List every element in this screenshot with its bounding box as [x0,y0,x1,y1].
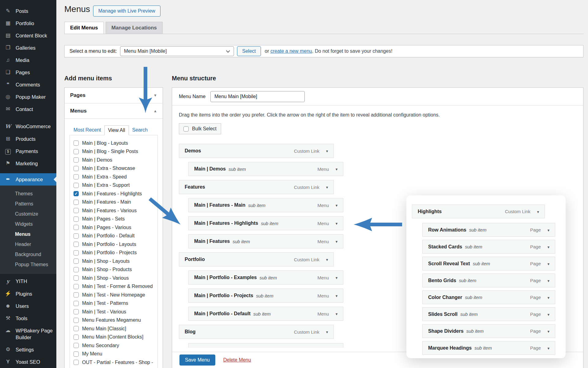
checklist-item[interactable]: Main | Shop - Products [74,266,157,274]
checklist-item[interactable]: My Menu [74,350,157,358]
sidebar-item-appearance[interactable]: Appearance [0,173,56,186]
checkbox[interactable] [74,149,79,154]
menu-item-bar[interactable]: Main | Features - Main sub item Menu [188,198,343,212]
appearance-submenu-item[interactable]: Patterns [0,199,56,209]
sidebar-item[interactable]: Products [0,133,56,145]
expand-arrow-icon[interactable] [323,257,331,262]
sidebar-item[interactable]: Tools [0,312,56,324]
expand-arrow-icon[interactable] [333,239,341,244]
select-button[interactable]: Select [237,46,261,56]
checkbox[interactable] [74,275,79,281]
checkbox[interactable] [74,157,79,163]
chevron-up-icon[interactable] [153,109,157,113]
checklist-item[interactable]: Menu Features Megamenu [74,316,157,325]
checklist-item[interactable]: Main | Shop - Layouts [74,257,157,266]
popup-menu-item-bar[interactable]: Shape Dividers sub item Page [422,324,555,338]
tab-most-recent[interactable]: Most Recent [70,125,104,135]
manage-live-preview-button[interactable]: Manage with Live Preview [93,6,160,17]
checklist-item[interactable]: Main | Portfolio - Projects [74,249,157,257]
menu-item-bar[interactable]: Main | Demos sub item Menu [188,162,343,176]
sidebar-item[interactable]: Portfolio [0,17,56,29]
sidebar-item[interactable]: Users [0,300,56,312]
checkbox[interactable] [74,351,79,357]
expand-arrow-icon[interactable] [333,202,341,208]
checklist-item[interactable]: Menu Main [Classic] [74,324,157,333]
appearance-submenu-item[interactable]: Widgets [0,219,56,229]
expand-arrow-icon[interactable] [545,227,552,233]
tab-manage-locations[interactable]: Manage Locations [106,22,163,34]
checkbox[interactable] [74,309,79,314]
menu-item-bar[interactable]: Features Custom Link [179,180,334,194]
expand-arrow-icon[interactable] [545,312,552,317]
checkbox[interactable] [74,242,79,247]
checklist-item[interactable]: Main | Extra - Support [74,181,157,190]
menu-item-bar[interactable]: Blog Custom Link [179,325,334,339]
checkbox[interactable] [74,174,79,179]
appearance-submenu-item[interactable]: Customize [0,209,56,219]
checklist-item[interactable]: Main | Pages - Various [74,223,157,232]
delete-menu-link[interactable]: Delete Menu [223,357,251,363]
checklist-item[interactable]: OUT - Partial - Features - Shop - [74,358,157,367]
expand-arrow-icon[interactable] [333,166,341,172]
sidebar-item[interactable]: Media [0,54,56,66]
menu-name-input[interactable] [210,91,305,102]
save-menu-button[interactable]: Save Menu [179,355,215,366]
checklist-item[interactable]: Main | Demos [74,156,157,164]
popup-menu-item-bar[interactable]: Marquee Headings sub item Page [422,341,555,355]
sidebar-item[interactable]: Comments [0,79,56,91]
checklist-item[interactable]: Main | Blog - Single Posts [74,148,157,156]
sidebar-item[interactable]: Marketing [0,157,56,170]
checkbox[interactable] [74,140,79,146]
checkbox[interactable] [74,343,79,348]
checklist-item[interactable]: Main | Test - New Homepage [74,291,157,299]
bulk-select-checkbox[interactable] [183,126,189,132]
sidebar-item[interactable]: Payments [0,145,56,157]
menu-item-bar[interactable]: Portfolio Custom Link [179,252,334,266]
expand-arrow-icon[interactable] [534,209,542,214]
checkbox[interactable] [74,326,79,331]
bulk-select-toggle[interactable]: Bulk Select [179,123,221,134]
sidebar-item[interactable]: WooCommerce [0,120,56,133]
sidebar-item[interactable]: YITH [0,275,56,288]
sidebar-item[interactable]: Settings [0,343,56,356]
sidebar-item[interactable]: Content Block [0,29,56,42]
checklist-item[interactable]: Main | Test - Various [74,308,157,316]
checkbox[interactable] [74,217,79,222]
expand-arrow-icon[interactable] [333,275,341,280]
checklist-item[interactable]: Main | Portfolio - Default [74,232,157,240]
checklist-item[interactable]: Main | Test - Former & Removed [74,282,157,291]
popup-menu-item-bar[interactable]: Color Changer sub item Page [422,290,555,304]
checkbox[interactable] [74,233,79,239]
expand-arrow-icon[interactable] [323,329,331,335]
checklist-item[interactable]: Main | Features - Highlights [74,190,157,198]
checklist-item[interactable]: Main | Extra - Showcase [74,164,157,173]
sidebar-item[interactable]: WPBakery Page Builder [0,324,56,343]
checkbox[interactable] [74,208,79,213]
appearance-submenu-item[interactable]: Themes [0,189,56,199]
checkbox[interactable] [74,183,79,188]
menu-item-bar[interactable]: Demos Custom Link [179,144,334,158]
expand-arrow-icon[interactable] [333,220,341,226]
popup-menu-item-bar[interactable]: Scroll Reveal Text sub item Page [422,257,555,270]
checkbox[interactable] [74,250,79,255]
sidebar-item[interactable]: Yoast SEO [0,356,56,368]
tab-search[interactable]: Search [129,125,151,135]
expand-arrow-icon[interactable] [545,295,552,300]
checklist-item[interactable]: Main | Blog - Layouts [74,139,157,148]
checklist-item[interactable]: Main | Pages - Sets [74,215,157,224]
appearance-submenu-item[interactable]: Header [0,239,56,249]
tab-view-all[interactable]: View All [104,125,129,135]
expand-arrow-icon[interactable] [333,311,341,316]
menu-item-bar[interactable]: Main | Portfolio - Projects sub item Men… [188,289,343,303]
create-new-menu-link[interactable]: create a new menu [270,48,312,54]
menu-item-bar[interactable]: Main | Features - Highlights sub item Me… [188,216,343,230]
checkbox[interactable] [74,301,79,306]
chevron-down-icon[interactable] [153,93,157,98]
expand-arrow-icon[interactable] [545,261,552,266]
popup-header-bar[interactable]: Highlights Custom Link [412,205,545,218]
appearance-submenu-item[interactable]: Menus [0,229,56,239]
expand-arrow-icon[interactable] [323,148,331,154]
checkbox[interactable] [74,200,79,205]
expand-arrow-icon[interactable] [545,345,552,351]
sidebar-item[interactable]: Galleries [0,42,56,54]
